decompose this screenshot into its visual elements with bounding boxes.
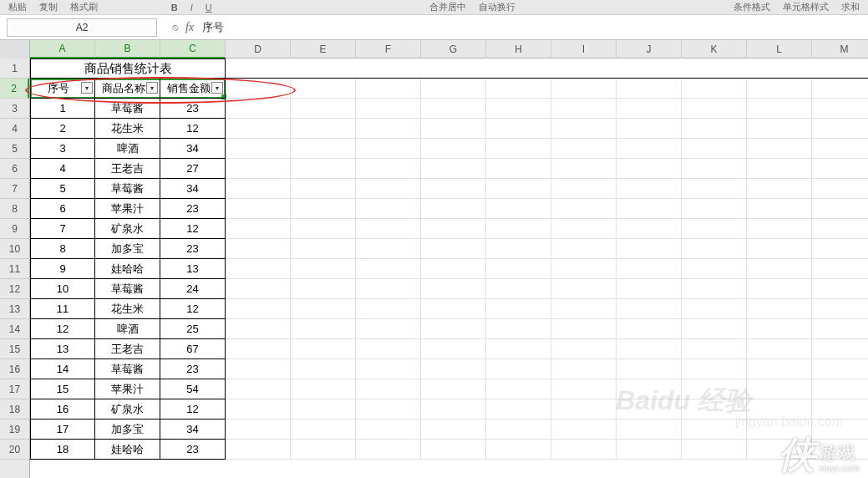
table-cell[interactable]: 25: [160, 319, 226, 339]
fx-icon[interactable]: fx: [185, 21, 194, 34]
cell[interactable]: [812, 440, 868, 460]
cell[interactable]: [812, 420, 868, 440]
table-cell[interactable]: 5: [30, 179, 95, 199]
cell[interactable]: [551, 299, 617, 319]
col-header-f[interactable]: F: [356, 40, 421, 58]
underline-button[interactable]: U: [206, 3, 212, 13]
cell[interactable]: [356, 359, 421, 379]
wrap-text-button[interactable]: 自动换行: [479, 1, 515, 13]
cell[interactable]: [226, 359, 291, 379]
cell[interactable]: [226, 299, 291, 319]
table-cell[interactable]: 54: [160, 379, 226, 399]
format-painter-button[interactable]: 格式刷: [70, 1, 98, 13]
row-header-1[interactable]: 1: [0, 58, 29, 79]
cell[interactable]: [551, 359, 617, 379]
table-cell[interactable]: 27: [160, 159, 226, 179]
table-cell[interactable]: 23: [160, 99, 226, 119]
cell[interactable]: [812, 179, 868, 199]
cell[interactable]: [486, 99, 551, 119]
row-header-15[interactable]: 15: [0, 339, 29, 359]
row-header-12[interactable]: 12: [0, 279, 29, 299]
cell[interactable]: [421, 99, 486, 119]
cell[interactable]: [291, 139, 356, 159]
cells-area[interactable]: 商品销售统计表序号▾商品名称▾销售金额▾1草莓酱232花生米123啤酒344王老…: [30, 58, 868, 478]
cell[interactable]: [486, 199, 551, 219]
cell[interactable]: [617, 319, 682, 339]
table-cell[interactable]: 8: [30, 239, 95, 259]
table-cell[interactable]: 草莓酱: [95, 179, 160, 199]
table-cell[interactable]: 9: [30, 259, 95, 279]
cell[interactable]: [421, 199, 486, 219]
cell[interactable]: [356, 339, 421, 359]
cell[interactable]: [421, 379, 486, 399]
table-cell[interactable]: 4: [30, 159, 95, 179]
cell[interactable]: [551, 119, 617, 139]
cell[interactable]: [486, 58, 551, 79]
cell[interactable]: [812, 259, 868, 279]
table-cell[interactable]: 3: [30, 139, 95, 159]
row-header-16[interactable]: 16: [0, 359, 29, 379]
table-cell[interactable]: 23: [160, 440, 226, 460]
table-cell[interactable]: 加多宝: [95, 239, 160, 259]
cell[interactable]: [226, 199, 291, 219]
cell[interactable]: [682, 139, 747, 159]
cell[interactable]: [226, 279, 291, 299]
cell[interactable]: [421, 259, 486, 279]
table-cell[interactable]: 12: [30, 319, 95, 339]
table-cell[interactable]: 12: [160, 399, 226, 420]
cell[interactable]: [291, 179, 356, 199]
cell[interactable]: [812, 159, 868, 179]
cell[interactable]: [747, 259, 812, 279]
cell[interactable]: [747, 279, 812, 299]
table-header-1[interactable]: 商品名称▾: [95, 79, 160, 99]
cell[interactable]: [682, 420, 747, 440]
row-header-10[interactable]: 10: [0, 239, 29, 259]
row-header-3[interactable]: 3: [0, 99, 29, 119]
cell[interactable]: [421, 239, 486, 259]
cell[interactable]: [617, 379, 682, 399]
cell[interactable]: [356, 219, 421, 239]
cell[interactable]: [551, 58, 617, 79]
cell[interactable]: [291, 219, 356, 239]
cell[interactable]: [356, 379, 421, 399]
table-cell[interactable]: 12: [160, 219, 226, 239]
cell[interactable]: [486, 139, 551, 159]
col-header-b[interactable]: B: [95, 40, 160, 58]
table-cell[interactable]: 加多宝: [95, 420, 160, 440]
cell[interactable]: [356, 119, 421, 139]
cell[interactable]: [551, 199, 617, 219]
col-header-j[interactable]: J: [617, 40, 682, 58]
col-header-k[interactable]: K: [682, 40, 747, 58]
cell[interactable]: [356, 440, 421, 460]
cell[interactable]: [486, 259, 551, 279]
table-cell[interactable]: 草莓酱: [95, 279, 160, 299]
table-cell[interactable]: 13: [30, 339, 95, 359]
name-box[interactable]: A2: [7, 18, 157, 37]
cell[interactable]: [486, 440, 551, 460]
cell[interactable]: [747, 179, 812, 199]
table-cell[interactable]: 67: [160, 339, 226, 359]
table-cell[interactable]: 12: [160, 299, 226, 319]
row-header-14[interactable]: 14: [0, 319, 29, 339]
table-cell[interactable]: 王老吉: [95, 159, 160, 179]
table-cell[interactable]: 1: [30, 99, 95, 119]
cell[interactable]: [682, 279, 747, 299]
cell[interactable]: [486, 379, 551, 399]
table-cell[interactable]: 10: [30, 279, 95, 299]
table-cell[interactable]: 24: [160, 279, 226, 299]
cell[interactable]: [291, 199, 356, 219]
row-header-5[interactable]: 5: [0, 139, 29, 159]
table-cell[interactable]: 矿泉水: [95, 399, 160, 420]
cell[interactable]: [356, 299, 421, 319]
cell[interactable]: [617, 199, 682, 219]
italic-button[interactable]: I: [190, 3, 193, 13]
cell[interactable]: [747, 379, 812, 399]
cell[interactable]: [421, 219, 486, 239]
cell[interactable]: [747, 139, 812, 159]
cell[interactable]: [682, 440, 747, 460]
table-cell[interactable]: 34: [160, 139, 226, 159]
cell[interactable]: [682, 219, 747, 239]
cell[interactable]: [747, 99, 812, 119]
row-header-8[interactable]: 8: [0, 199, 29, 219]
row-header-7[interactable]: 7: [0, 179, 29, 199]
